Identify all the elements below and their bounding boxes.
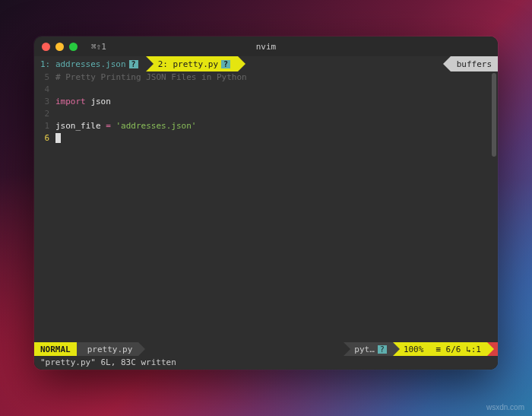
command-message: "pretty.py" 6L, 83C written — [40, 357, 176, 367]
code-content[interactable]: # Pretty Printing JSON Files in Python i… — [55, 71, 498, 342]
window-controls — [42, 43, 78, 51]
filetype-icon: ? — [378, 345, 387, 354]
modified-icon: ? — [221, 60, 230, 68]
status-right: pyt… ? 100% ≡ 6/6 ↳:1 — [344, 342, 498, 356]
code-comment: # Pretty Printing JSON Files in Python — [55, 72, 247, 82]
line-number: 1 — [34, 120, 49, 132]
status-position: ≡ 6/6 ↳:1 — [429, 342, 487, 356]
status-filename-label: pretty.py — [87, 345, 133, 354]
watermark: wsxdn.com — [486, 403, 524, 411]
buffer-line: 1: addresses.json ? 2: pretty.py ? buffe… — [34, 56, 498, 71]
line-number: 5 — [34, 71, 49, 84]
line-number-gutter: 5 4 3 2 1 6 — [34, 71, 55, 342]
buffer-tab-pretty[interactable]: 2: pretty.py ? — [146, 56, 239, 71]
window-titlebar[interactable]: ⌘⇧1 nvim — [34, 37, 498, 56]
zoom-icon[interactable] — [69, 43, 78, 51]
status-end-cap — [487, 342, 498, 356]
buffer-index: 1: — [40, 59, 50, 69]
line-number: 3 — [34, 96, 49, 108]
buffer-label: pretty.py — [173, 59, 219, 69]
close-icon[interactable] — [42, 43, 50, 51]
code-module: json — [90, 97, 111, 106]
buffer-label: addresses.json — [55, 59, 126, 69]
editor-pane[interactable]: 5 4 3 2 1 6 # Pretty Printing JSON Files… — [34, 71, 498, 342]
terminal-tab-label[interactable]: ⌘⇧1 — [91, 42, 106, 52]
scrollbar[interactable] — [492, 73, 496, 157]
window-title: nvim — [256, 42, 277, 52]
modified-icon: ? — [129, 60, 138, 68]
code-variable: json_file — [55, 121, 101, 131]
current-line-number: 6 — [34, 132, 49, 144]
code-operator: = — [106, 121, 111, 131]
status-spacer — [138, 342, 344, 356]
minimize-icon[interactable] — [55, 43, 64, 51]
code-keyword: import — [55, 97, 86, 106]
buffer-tab-addresses[interactable]: 1: addresses.json ? — [34, 56, 146, 71]
status-col-label: ↳:1 — [466, 345, 481, 354]
cursor — [55, 133, 61, 143]
buffers-indicator-label: buffers — [457, 59, 492, 69]
terminal-window: ⌘⇧1 nvim 1: addresses.json ? 2: pretty.p… — [34, 37, 498, 370]
status-linecount-label: ≡ 6/6 — [435, 345, 461, 354]
line-number: 2 — [34, 108, 49, 120]
status-percent: 100% — [393, 342, 430, 356]
status-percent-label: 100% — [404, 345, 424, 354]
status-filetype-label: pyt… — [354, 345, 375, 354]
status-filetype: pyt… ? — [344, 342, 393, 356]
status-filename: pretty.py — [77, 342, 139, 356]
buffer-index: 2: — [158, 59, 168, 69]
status-line: NORMAL pretty.py pyt… ? 100% ≡ 6/6 ↳:1 — [34, 342, 498, 356]
command-line[interactable]: "pretty.py" 6L, 83C written — [34, 356, 498, 370]
mode-label: NORMAL — [40, 345, 71, 354]
line-number: 4 — [34, 84, 49, 96]
buffers-indicator: buffers — [451, 56, 498, 71]
code-string: 'addresses.json' — [116, 121, 196, 131]
mode-indicator: NORMAL — [34, 342, 77, 356]
